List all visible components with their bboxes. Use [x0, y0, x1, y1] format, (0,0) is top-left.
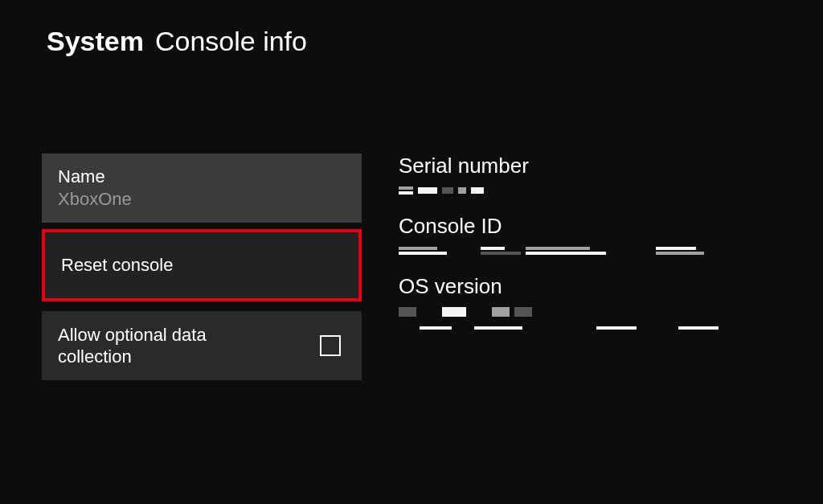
optional-data-tile[interactable]: Allow optional data collection [42, 311, 362, 380]
page-header: System Console info [0, 0, 823, 57]
header-category: System [47, 26, 144, 57]
settings-list: Name XboxOne Reset console Allow optiona… [42, 154, 362, 380]
console-name-value: XboxOne [58, 189, 346, 210]
console-name-tile[interactable]: Name XboxOne [42, 154, 362, 223]
console-id-block: Console ID [399, 214, 719, 255]
header-title: Console info [155, 26, 307, 57]
optional-data-checkbox[interactable] [320, 335, 341, 356]
content-area: Name XboxOne Reset console Allow optiona… [0, 154, 823, 380]
serial-number-block: Serial number [399, 154, 719, 195]
console-id-label: Console ID [399, 214, 719, 239]
serial-number-label: Serial number [399, 154, 719, 178]
optional-data-label: Allow optional data collection [58, 324, 283, 368]
info-panel: Serial number Console ID OS version [399, 154, 719, 380]
console-name-label: Name [58, 166, 346, 187]
console-id-value-redacted [399, 247, 719, 255]
os-version-value-redacted [399, 307, 719, 330]
serial-number-value-redacted [399, 186, 719, 195]
os-version-block: OS version [399, 274, 719, 330]
reset-console-tile[interactable]: Reset console [42, 229, 362, 301]
reset-console-label: Reset console [61, 255, 173, 276]
os-version-label: OS version [399, 274, 719, 299]
